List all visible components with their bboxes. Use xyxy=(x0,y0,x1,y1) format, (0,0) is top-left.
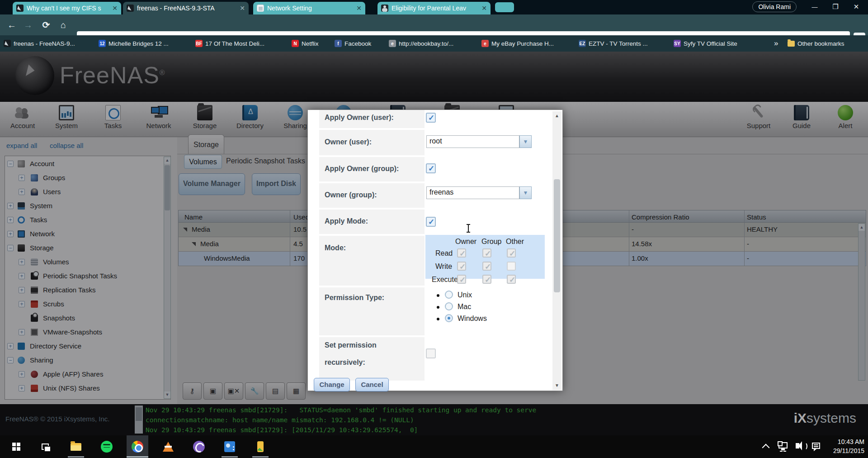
owner-group-select[interactable]: freenas ▼ xyxy=(426,186,532,199)
clock-date: 29/11/2015 xyxy=(833,446,864,455)
scroll-down-icon[interactable]: ▼ xyxy=(553,382,561,389)
chevron-down-icon[interactable]: ▼ xyxy=(519,186,532,199)
close-button[interactable]: ✕ xyxy=(846,0,866,14)
freenas-favicon xyxy=(127,5,134,12)
taskbar-chrome-active[interactable] xyxy=(127,435,148,458)
owner-user-select[interactable]: root ▼ xyxy=(426,135,532,148)
tab-network-setting[interactable]: Network Setting ✕ xyxy=(253,2,365,14)
chrome-icon xyxy=(132,441,143,453)
mode-row-read: Read xyxy=(435,249,453,258)
bookmark-eztv[interactable]: EZEZTV - TV Torrents ... xyxy=(579,35,648,52)
bookmark-syfy[interactable]: SYSyfy TV Official Site xyxy=(674,35,737,52)
forward-button[interactable]: → xyxy=(21,18,35,32)
mode-read-group-checkbox[interactable] xyxy=(482,248,491,258)
permission-windows-label: Windows xyxy=(458,315,487,323)
change-permissions-dialog: Apply Owner (user): Owner (user): root ▼… xyxy=(307,110,563,391)
new-tab-button[interactable] xyxy=(495,2,514,12)
tab-freenas-active[interactable]: freenas - FreeNAS-9.3-STA ✕ xyxy=(123,2,249,14)
start-button[interactable] xyxy=(5,435,27,458)
back-button[interactable]: ← xyxy=(5,18,19,32)
tab-close-icon[interactable]: ✕ xyxy=(112,5,118,12)
mode-col-owner: Owner xyxy=(455,238,476,246)
mode-write-group-checkbox[interactable] xyxy=(482,262,491,271)
apply-owner-user-label: Apply Owner (user): xyxy=(325,114,394,122)
tab-close-icon[interactable]: ✕ xyxy=(356,5,362,12)
page-favicon xyxy=(257,5,264,12)
scroll-up-icon[interactable]: ▲ xyxy=(553,112,561,119)
refresh-button[interactable]: ⟳ xyxy=(39,18,53,32)
apply-owner-user-checkbox[interactable] xyxy=(426,113,436,123)
task-view-button[interactable] xyxy=(34,435,56,458)
tab-strip: Why can't I see my CIFS s ✕ freenas - Fr… xyxy=(0,0,868,14)
bookmark-buzzfeed[interactable]: BF17 Of The Most Deli... xyxy=(195,35,264,52)
mode-write-owner-checkbox[interactable] xyxy=(457,262,466,271)
mode-execute-other-checkbox[interactable] xyxy=(507,275,516,284)
chevron-down-icon[interactable]: ▼ xyxy=(519,135,532,148)
permission-unix-label: Unix xyxy=(458,291,472,299)
scrollbar-thumb[interactable] xyxy=(554,179,560,292)
tab-title: Network Setting xyxy=(267,5,353,12)
permission-mac-radio[interactable] xyxy=(445,302,453,310)
apply-owner-group-checkbox[interactable] xyxy=(426,163,436,173)
bookmarks-overflow-chevron[interactable]: » xyxy=(774,35,778,52)
permission-unix-radio[interactable] xyxy=(445,291,453,299)
bookmark-favicon: f xyxy=(335,40,342,47)
owner-group-label: Owner (group): xyxy=(325,191,377,199)
taskbar-clock[interactable]: 10:43 AM 29/11/2015 xyxy=(833,437,864,455)
volume-tray-icon[interactable] xyxy=(796,443,799,448)
apply-mode-label: Apply Mode: xyxy=(325,217,368,225)
taskbar-bittorrent[interactable] xyxy=(188,435,210,458)
tab-cifs[interactable]: Why can't I see my CIFS s ✕ xyxy=(13,2,121,14)
text-cursor xyxy=(468,224,469,232)
mode-row-write: Write xyxy=(435,262,452,271)
minimize-button[interactable]: — xyxy=(805,0,825,14)
set-permission-recursively-checkbox[interactable] xyxy=(426,348,436,358)
set-permission-label-line2: recursively: xyxy=(325,358,365,367)
permission-windows-radio[interactable] xyxy=(445,314,453,322)
blue-app-icon xyxy=(224,441,235,452)
bookmark-ebay[interactable]: eMy eBay Purchase H... xyxy=(481,35,554,52)
taskbar-spotify[interactable] xyxy=(96,435,118,458)
folder-icon xyxy=(788,41,795,47)
taskbar-file-explorer[interactable] xyxy=(65,435,87,458)
mode-read-owner-checkbox[interactable] xyxy=(457,248,466,258)
network-tray-icon[interactable] xyxy=(778,442,788,448)
home-button[interactable]: ⌂ xyxy=(56,18,71,32)
browser-profile-button[interactable]: Olivia Rami xyxy=(752,1,797,12)
modal-scrollbar[interactable]: ▲ ▼ xyxy=(552,111,561,390)
restore-button[interactable]: ❐ xyxy=(826,0,845,14)
set-permission-label-line1: Set permission xyxy=(325,341,377,349)
bookmark-freenas[interactable]: freenas - FreeNAS-9... xyxy=(4,35,75,52)
tab-close-icon[interactable]: ✕ xyxy=(481,5,487,12)
bookmark-favicon: e xyxy=(481,40,489,47)
clock-time: 10:43 AM xyxy=(833,437,864,446)
permission-type-label: Permission Type: xyxy=(325,294,384,302)
bookmark-facebook[interactable]: fFacebook xyxy=(335,35,371,52)
bookmark-favicon: SY xyxy=(674,40,681,47)
mode-write-other-checkbox[interactable] xyxy=(507,262,516,271)
owner-group-value[interactable]: freenas xyxy=(426,186,519,199)
taskbar-app-download[interactable] xyxy=(250,435,271,458)
bookmark-netflix[interactable]: NNetflix xyxy=(292,35,319,52)
cancel-button[interactable]: Cancel xyxy=(355,378,389,391)
other-bookmarks-folder[interactable]: Other bookmarks xyxy=(788,35,844,52)
mode-execute-group-checkbox[interactable] xyxy=(482,275,491,284)
bookmark-michelle-bridges[interactable]: 12Michelle Bridges 12 ... xyxy=(99,35,169,52)
taskbar: 10:43 AM 29/11/2015 xyxy=(0,435,868,458)
taskbar-vlc[interactable] xyxy=(157,435,179,458)
tab-close-icon[interactable]: ✕ xyxy=(240,5,245,12)
mode-label: Mode: xyxy=(325,244,346,252)
screen: Why can't I see my CIFS s ✕ freenas - Fr… xyxy=(0,0,868,458)
mode-read-other-checkbox[interactable] xyxy=(507,248,516,258)
owner-user-value[interactable]: root xyxy=(426,135,519,148)
change-button[interactable]: Change xyxy=(314,378,350,391)
bookmark-ebookbay[interactable]: ehttp://ebookbay.to/... xyxy=(389,35,453,52)
task-view-icon xyxy=(42,444,49,450)
notifications-icon[interactable] xyxy=(812,443,820,449)
taskbar-app-blue[interactable] xyxy=(219,435,241,458)
tab-eligibility[interactable]: Eligibility for Parental Leav ✕ xyxy=(377,2,491,14)
mode-execute-owner-checkbox[interactable] xyxy=(457,275,466,284)
apply-mode-checkbox[interactable] xyxy=(426,217,436,227)
vlc-icon xyxy=(163,442,174,452)
tray-chevron-icon[interactable] xyxy=(763,445,769,450)
